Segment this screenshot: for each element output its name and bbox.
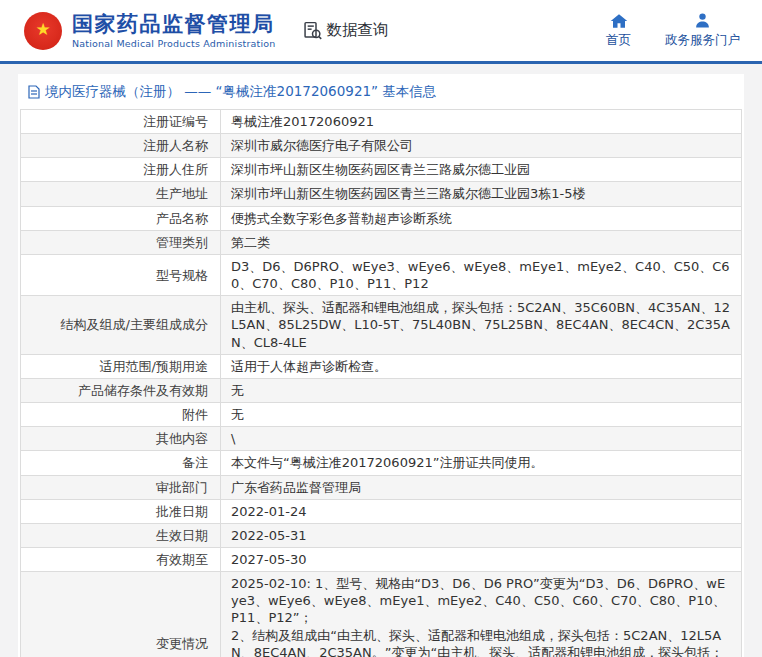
field-value: 2027-05-30 [221, 547, 742, 571]
field-value: 适用于人体超声诊断检查。 [221, 354, 742, 378]
page-body: 境内医疗器械（注册） —— “粤械注准20172060921” 基本信息 注册证… [0, 64, 762, 657]
content-card: 境内医疗器械（注册） —— “粤械注准20172060921” 基本信息 注册证… [18, 74, 744, 657]
field-label: 注册人名称 [21, 134, 221, 158]
field-label: 变更情况 [21, 572, 221, 657]
table-row: 注册人名称 深圳市威尔德医疗电子有限公司 [21, 134, 742, 158]
field-value: 2022-05-31 [221, 523, 742, 547]
field-value: 深圳市威尔德医疗电子有限公司 [221, 134, 742, 158]
field-label: 型号规格 [21, 254, 221, 295]
table-row: 生效日期 2022-05-31 [21, 523, 742, 547]
table-row: 产品储存条件及有效期 无 [21, 378, 742, 402]
field-label: 管理类别 [21, 230, 221, 254]
field-label: 注册证编号 [21, 110, 221, 134]
table-row: 产品名称 便携式全数字彩色多普勒超声诊断系统 [21, 206, 742, 230]
org-title-block: 国家药品监督管理局 National Medical Products Admi… [72, 12, 276, 49]
field-label: 生产地址 [21, 182, 221, 206]
field-label: 产品储存条件及有效期 [21, 378, 221, 402]
site-header: ★ 国家药品监督管理局 National Medical Products Ad… [0, 0, 762, 64]
field-label: 审批部门 [21, 475, 221, 499]
page-file-icon [28, 85, 40, 99]
field-value: D3、D6、D6PRO、wEye3、wEye6、wEye8、mEye1、mEye… [221, 254, 742, 295]
field-label: 生效日期 [21, 523, 221, 547]
document-search-icon [302, 20, 323, 41]
field-value: 2022-01-24 [221, 499, 742, 523]
field-value: 广东省药品监督管理局 [221, 475, 742, 499]
gov-portal-label: 政务服务门户 [665, 32, 740, 49]
field-label: 其他内容 [21, 427, 221, 451]
field-value: 2025-02-10: 1、型号、规格由“D3、D6、D6 PRO”变更为“D3… [221, 572, 742, 657]
field-label: 产品名称 [21, 206, 221, 230]
table-row: 注册证编号 粤械注准20172060921 [21, 110, 742, 134]
field-label: 附件 [21, 403, 221, 427]
table-row: 变更情况 2025-02-10: 1、型号、规格由“D3、D6、D6 PRO”变… [21, 572, 742, 657]
field-label: 备注 [21, 451, 221, 475]
home-label: 首页 [606, 32, 631, 49]
field-value: 无 [221, 403, 742, 427]
field-value: 深圳市坪山新区生物医药园区青兰三路威尔德工业园 [221, 158, 742, 182]
table-row: 注册人住所 深圳市坪山新区生物医药园区青兰三路威尔德工业园 [21, 158, 742, 182]
national-emblem-logo: ★ [24, 12, 62, 50]
org-name-en: National Medical Products Administration [72, 38, 276, 49]
field-value: 由主机、探头、适配器和锂电池组成，探头包括：5C2AN、35C60BN、4C35… [221, 296, 742, 354]
data-query-nav[interactable]: 数据查询 [302, 20, 389, 41]
field-value: 深圳市坪山新区生物医药园区青兰三路威尔德工业园3栋1-5楼 [221, 182, 742, 206]
data-query-label: 数据查询 [327, 20, 389, 41]
org-name-cn: 国家药品监督管理局 [72, 12, 276, 36]
table-row: 型号规格 D3、D6、D6PRO、wEye3、wEye6、wEye8、mEye1… [21, 254, 742, 295]
field-value: 本文件与“粤械注准20172060921”注册证共同使用。 [221, 451, 742, 475]
field-label: 注册人住所 [21, 158, 221, 182]
field-value: 便携式全数字彩色多普勒超声诊断系统 [221, 206, 742, 230]
gov-portal-nav[interactable]: 政务服务门户 [665, 12, 740, 49]
table-row: 生产地址 深圳市坪山新区生物医药园区青兰三路威尔德工业园3栋1-5楼 [21, 182, 742, 206]
field-value: 第二类 [221, 230, 742, 254]
breadcrumb: 境内医疗器械（注册） —— “粤械注准20172060921” 基本信息 [20, 74, 742, 109]
field-value: \ [221, 427, 742, 451]
table-row: 批准日期 2022-01-24 [21, 499, 742, 523]
table-row: 其他内容 \ [21, 427, 742, 451]
table-row: 备注 本文件与“粤械注准20172060921”注册证共同使用。 [21, 451, 742, 475]
table-row: 管理类别 第二类 [21, 230, 742, 254]
field-value: 无 [221, 378, 742, 402]
table-row: 结构及组成/主要组成成分 由主机、探头、适配器和锂电池组成，探头包括：5C2AN… [21, 296, 742, 354]
field-label: 批准日期 [21, 499, 221, 523]
table-row: 有效期至 2027-05-30 [21, 547, 742, 571]
registration-info-table: 注册证编号 粤械注准20172060921 注册人名称 深圳市威尔德医疗电子有限… [20, 109, 742, 657]
field-label: 结构及组成/主要组成成分 [21, 296, 221, 354]
table-row: 审批部门 广东省药品监督管理局 [21, 475, 742, 499]
table-row: 适用范围/预期用途 适用于人体超声诊断检查。 [21, 354, 742, 378]
user-icon [694, 12, 711, 29]
field-label: 有效期至 [21, 547, 221, 571]
field-value: 粤械注准20172060921 [221, 110, 742, 134]
table-row: 附件 无 [21, 403, 742, 427]
field-label: 适用范围/预期用途 [21, 354, 221, 378]
home-icon [610, 13, 628, 29]
home-nav[interactable]: 首页 [606, 13, 631, 49]
breadcrumb-text: 境内医疗器械（注册） —— “粤械注准20172060921” 基本信息 [45, 83, 436, 101]
